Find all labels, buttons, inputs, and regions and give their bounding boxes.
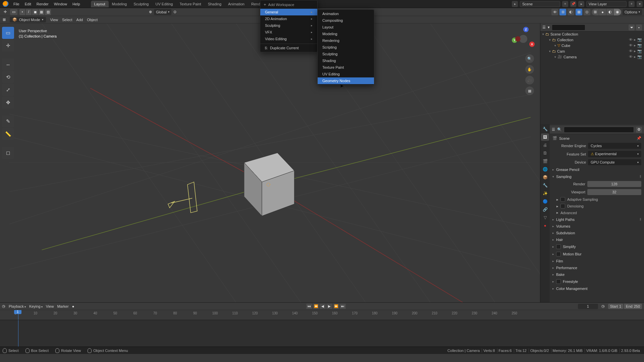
play-reverse-icon[interactable]: ◀ bbox=[320, 304, 326, 309]
navigation-gizmo[interactable]: Z Y X bbox=[511, 27, 535, 51]
outliner-scene-collection[interactable]: ▾🗀 Scene Collection bbox=[540, 32, 644, 37]
current-frame-field[interactable]: 1 bbox=[578, 304, 598, 309]
display-mode-icon[interactable]: ▾ bbox=[548, 25, 550, 29]
properties-type-icon[interactable]: ☰ bbox=[552, 127, 555, 132]
transform-tool[interactable]: ✥ bbox=[2, 97, 14, 109]
cursor-tool[interactable]: ✛ bbox=[2, 40, 14, 52]
eye-icon[interactable]: 👁 bbox=[629, 49, 633, 53]
section-light-paths[interactable]: ▸Light Paths⦀ bbox=[550, 216, 644, 223]
measure-tool[interactable]: 📏 bbox=[2, 128, 14, 140]
section-performance[interactable]: ▸Performance bbox=[550, 264, 644, 271]
workspace-tab-texture-paint[interactable]: Texture Paint bbox=[176, 1, 204, 7]
editor-type-icon[interactable]: ⊞ bbox=[3, 17, 6, 22]
orientation-dropdown[interactable]: Global▾ bbox=[154, 9, 171, 15]
move-tool[interactable]: ↔ bbox=[2, 58, 14, 70]
render-icon[interactable]: 📷 bbox=[637, 43, 642, 48]
viewport-shading[interactable]: ⊞ ● ◐ ◉ bbox=[592, 9, 621, 15]
zoom-icon[interactable]: 🔍 bbox=[525, 54, 534, 63]
particles-tab-icon[interactable]: ✨ bbox=[541, 190, 549, 197]
render-icon[interactable]: 📷 bbox=[637, 49, 642, 53]
material-tab-icon[interactable]: ● bbox=[541, 222, 549, 229]
options-dropdown[interactable]: Options▾ bbox=[623, 9, 642, 15]
section-freestyle[interactable]: ▸Freestyle bbox=[550, 278, 644, 285]
ws-template-shading[interactable]: Shading bbox=[318, 57, 374, 64]
outliner-search[interactable] bbox=[552, 24, 585, 31]
dopesheet-track[interactable] bbox=[0, 320, 644, 347]
timeline-menu-keying[interactable]: Keying ▾ bbox=[29, 304, 43, 308]
render-icon[interactable]: 📷 bbox=[637, 38, 642, 42]
jump-end-icon[interactable]: ⏭ bbox=[340, 304, 346, 309]
toggle-grid-icon[interactable]: ▦ bbox=[576, 9, 582, 15]
ws-template-rendering[interactable]: Rendering bbox=[318, 37, 374, 44]
section-sampling[interactable]: ▾Sampling⦀ bbox=[550, 173, 644, 180]
viewlayer-browse-icon[interactable]: ▸ bbox=[578, 1, 584, 7]
scale-tool[interactable]: ⤢ bbox=[2, 84, 14, 96]
object-tab-icon[interactable]: 📦 bbox=[541, 174, 549, 181]
disable-icon[interactable]: ▸ bbox=[634, 55, 636, 59]
jump-start-icon[interactable]: ⏮ bbox=[306, 304, 312, 309]
ws-template-compositing[interactable]: Compositing bbox=[318, 17, 374, 24]
cube-mesh[interactable] bbox=[244, 153, 294, 216]
solid-shading-icon[interactable]: ● bbox=[599, 9, 606, 15]
workspace-tab-sculpting[interactable]: Sculpting bbox=[130, 1, 152, 7]
render-icon[interactable]: 📷 bbox=[637, 55, 642, 59]
ws-category-video-editing[interactable]: Video Editing▸ bbox=[260, 36, 317, 42]
timeline-menu-playback[interactable]: Playback ▾ bbox=[9, 304, 26, 308]
outliner-item-collection[interactable]: ▾🗀Collection👁▸📷 bbox=[540, 37, 644, 43]
material-shading-icon[interactable]: ◐ bbox=[606, 9, 614, 15]
properties-options-icon[interactable]: ⚙ bbox=[636, 127, 642, 133]
snap-face-icon[interactable]: ◼ bbox=[32, 9, 38, 15]
ws-category-sculpting[interactable]: Sculpting▸ bbox=[260, 22, 317, 29]
scene-name-input[interactable] bbox=[520, 1, 560, 7]
ws-template-texture-paint[interactable]: Texture Paint bbox=[318, 64, 374, 71]
device-dropdown[interactable]: GPU Compute▾ bbox=[588, 159, 641, 165]
output-tab-icon[interactable]: 🖨 bbox=[541, 141, 549, 149]
section-grease-pencil[interactable]: ▸Grease Pencil bbox=[550, 166, 644, 173]
workspace-tab-animation[interactable]: Animation bbox=[225, 1, 248, 7]
timeline-menu-view[interactable]: View bbox=[46, 304, 54, 308]
snap-edge-icon[interactable]: / bbox=[26, 9, 32, 15]
preview-range-icon[interactable]: ◷ bbox=[601, 304, 605, 308]
workspace-tab-uv-editing[interactable]: UV Editing bbox=[152, 1, 176, 7]
outliner-item-camera[interactable]: ▾🎥Camera👁▸📷 bbox=[540, 54, 644, 60]
timeline-menu-marker[interactable]: Marker bbox=[57, 304, 68, 308]
physics-tab-icon[interactable]: 🔵 bbox=[541, 198, 549, 205]
section-film[interactable]: ▸Film bbox=[550, 258, 644, 264]
viewport-menu-object[interactable]: Object bbox=[87, 18, 98, 22]
timeline-type-icon[interactable]: ◷ bbox=[2, 304, 5, 308]
x-axis-icon[interactable]: X bbox=[529, 42, 535, 47]
section-simplify[interactable]: ▸Simplify bbox=[550, 243, 644, 250]
subsection-adaptive-sampling[interactable]: ▸Adaptive Sampling bbox=[550, 196, 644, 203]
xray-icon[interactable]: ◐ bbox=[568, 9, 574, 15]
subsection-advanced[interactable]: ▸Advanced bbox=[550, 209, 644, 216]
viewport-menu-view[interactable]: View bbox=[50, 18, 58, 22]
eye-icon[interactable]: 👁 bbox=[629, 43, 633, 48]
render-field[interactable]: 128 bbox=[587, 181, 641, 187]
ws-template-sculpting[interactable]: Sculpting bbox=[318, 51, 374, 57]
start-frame-field[interactable]: Start1 bbox=[608, 304, 623, 309]
camera-view-icon[interactable]: 🎥 bbox=[525, 76, 534, 84]
wireframe-shading-icon[interactable]: ⊞ bbox=[592, 9, 599, 15]
add-primitive-tool[interactable]: ◻ bbox=[2, 147, 14, 159]
ws-template-modeling[interactable]: Modeling bbox=[318, 31, 374, 37]
toggle-gizmo-icon[interactable]: 👁 bbox=[551, 9, 558, 15]
snap-volume-icon[interactable]: ▦ bbox=[39, 9, 45, 15]
play-icon[interactable]: ▶ bbox=[326, 304, 332, 309]
toggle-overlays-icon[interactable]: ⊞ bbox=[559, 9, 566, 15]
subsection-denoising[interactable]: ▸Denoising bbox=[550, 203, 644, 209]
snap-increment-icon[interactable]: ▨ bbox=[45, 9, 51, 15]
scene-tab-icon[interactable]: 🎬 bbox=[541, 158, 549, 165]
auto-key-icon[interactable]: ● bbox=[72, 304, 74, 308]
disable-icon[interactable]: ▸ bbox=[634, 38, 636, 42]
camera-object[interactable] bbox=[168, 182, 197, 213]
filter-icon[interactable]: ▾ bbox=[637, 1, 643, 7]
menu-help[interactable]: Help bbox=[70, 1, 83, 7]
end-frame-field[interactable]: End250 bbox=[624, 304, 642, 309]
viewlayer-tab-icon[interactable]: 🖻 bbox=[541, 149, 549, 157]
pan-icon[interactable]: ✋ bbox=[525, 65, 534, 74]
cursor-tool-icon[interactable]: ✛ bbox=[2, 9, 8, 15]
pivot-icon[interactable]: ⊙ bbox=[173, 10, 176, 14]
data-tab-icon[interactable]: ▽ bbox=[541, 214, 549, 221]
workspace-tab-modeling[interactable]: Modeling bbox=[109, 1, 130, 7]
outliner-item-cam[interactable]: ▾🗀Cam👁▸📷 bbox=[540, 48, 644, 54]
